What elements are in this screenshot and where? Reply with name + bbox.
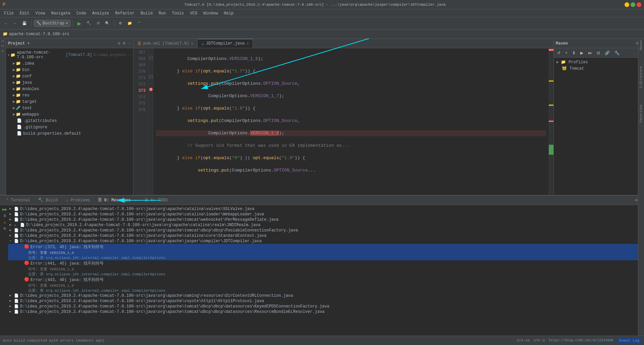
tree-modules[interactable]: ▶ 📁 modules bbox=[6, 86, 133, 92]
encoding[interactable]: UTF-8 bbox=[534, 339, 545, 343]
tab-jdt-compiler[interactable]: ☕ JDTCompiler.java ✕ bbox=[198, 39, 253, 48]
stop-icon[interactable]: ⏸ bbox=[3, 213, 7, 218]
tab-todo[interactable]: ☰ 6: TODO bbox=[141, 197, 171, 204]
minimize-button[interactable] bbox=[625, 2, 629, 7]
msg-http11[interactable]: ▶ 📄 D:\idea_projects_2019.2.4\apache-tom… bbox=[8, 298, 643, 304]
msg-error-443[interactable]: 🔴 Error:(443, 40) java: 找不到符号 bbox=[8, 277, 643, 283]
tree-test[interactable]: ▶ 🧪 test bbox=[6, 105, 133, 111]
msg-webapploader[interactable]: ▶ 📄 D:\idea_projects_2019.2.4\apache-tom… bbox=[8, 212, 643, 217]
tree-gitignore[interactable]: 📄 .gitignore bbox=[6, 124, 133, 130]
panel-settings-icon[interactable]: ⚙ bbox=[117, 40, 121, 47]
expand-icon: ▶ bbox=[13, 86, 15, 91]
menu-view[interactable]: View bbox=[33, 10, 48, 16]
tab-pom-xml[interactable]: ☰ pom.xml (Tomcat7.0) ✕ bbox=[133, 39, 198, 48]
folder-button[interactable]: 📁 bbox=[125, 20, 134, 26]
code-line-370: CompilerOptions.VERSION_1_7); bbox=[156, 93, 546, 99]
maven-item-tomcat[interactable]: 🐱 Tomcat bbox=[555, 65, 643, 72]
maximize-button[interactable] bbox=[631, 2, 635, 7]
maven-refresh[interactable]: ↺ bbox=[555, 50, 562, 56]
file-icon: 📄 bbox=[17, 125, 22, 130]
panel-minimize-icon[interactable]: − bbox=[127, 41, 131, 47]
msg-sslvalve[interactable]: ▶ 📄 D:\idea_projects_2019.2.4\apache-tom… bbox=[8, 206, 643, 212]
tree-build-props[interactable]: 📄 build.properties.default bbox=[6, 130, 133, 137]
msg-poolable[interactable]: ▶ 📄 D:\idea_projects_2019.2.4\apache-tom… bbox=[8, 228, 643, 233]
bottom-panel: ⌃ Terminal 🔨 Build ⚠ Problems ☰ 0: Messa… bbox=[0, 195, 644, 336]
tab-terminal[interactable]: ⌃ Terminal bbox=[3, 197, 34, 204]
reload-button[interactable]: ↺ bbox=[95, 20, 102, 26]
cursor-position[interactable]: 373:45 bbox=[517, 339, 530, 343]
tree-bin[interactable]: ▶ 📁 bin bbox=[6, 67, 133, 73]
bottom-settings-icon[interactable]: ⚙ bbox=[635, 198, 638, 203]
menu-vcs[interactable]: VCS bbox=[187, 10, 200, 16]
error-443-text: Error:(443, 40) java: 找不到符号 bbox=[31, 277, 641, 283]
toolbar-back[interactable]: ← bbox=[2, 20, 10, 26]
menu-analyze[interactable]: Analyze bbox=[90, 10, 112, 16]
msg-keyedcpds[interactable]: ▶ 📄 D:\idea_projects_2019.2.4\apache-tom… bbox=[8, 304, 643, 309]
panel-layout-icon[interactable]: ⊞ bbox=[122, 40, 126, 47]
tree-target[interactable]: ▶ 📁 target bbox=[6, 98, 133, 105]
maven-item-profiles[interactable]: ▶ 📁 Profiles bbox=[555, 59, 643, 65]
tab-jdt-close[interactable]: ✕ bbox=[247, 42, 249, 46]
msg-resourcebundle[interactable]: ▶ 📄 D:\idea_projects_2019.2.4\apache-tom… bbox=[8, 309, 643, 315]
menu-tools[interactable]: Tools bbox=[169, 10, 187, 16]
tab-build[interactable]: 🔨 Build bbox=[35, 197, 61, 204]
msg-standardcontext[interactable]: ▶ 📄 D:\idea_projects_2019.2.4\apache-tom… bbox=[8, 233, 643, 238]
maven-wrench[interactable]: 🔧 bbox=[612, 50, 622, 56]
window-controls[interactable] bbox=[625, 2, 641, 7]
toolbar-forward[interactable]: → bbox=[11, 20, 19, 26]
maven-download[interactable]: ⬇ bbox=[570, 50, 578, 56]
tree-res[interactable]: ▶ 📁 res bbox=[6, 92, 133, 98]
blog-link[interactable]: https://blog.csdn.net/arj1314890 bbox=[549, 339, 613, 342]
msg-error-373[interactable]: 🔴 Error:(373, 45) java: 找不到符号 bbox=[8, 244, 643, 250]
close-button[interactable] bbox=[637, 2, 641, 7]
filter-icon[interactable]: ⊞ bbox=[3, 226, 6, 231]
menu-window[interactable]: Window bbox=[201, 10, 220, 16]
tree-root[interactable]: ▾ 📁 apache-tomcat-7.0.100-src [Tomcat7.0… bbox=[6, 50, 133, 60]
msg-jdtcompiler-file[interactable]: ▾ 📄 D:\idea_projects_2019.2.4\apache-tom… bbox=[8, 238, 643, 244]
menu-build[interactable]: Build bbox=[138, 10, 155, 16]
maven-link[interactable]: 🔗 bbox=[603, 50, 612, 56]
run-button[interactable]: ▶ bbox=[75, 20, 83, 27]
tree-java[interactable]: ▶ 📁 java bbox=[6, 79, 133, 86]
msg-error-441[interactable]: 🔴 Error:(441, 45) java: 找不到符号 bbox=[8, 260, 643, 267]
msg-permessage[interactable]: ▶ 📄 D:\idea_projects_2019.2.4\apache-tom… bbox=[8, 217, 643, 222]
tree-webapps[interactable]: ▶ 📁 webapps bbox=[6, 111, 133, 118]
messages-close[interactable]: ✕ bbox=[135, 199, 137, 202]
favorites-sidebar-tab[interactable]: Favorites bbox=[639, 105, 643, 123]
settings-button[interactable]: ⚙ bbox=[117, 20, 124, 26]
run-all-icon[interactable]: ▶▶ bbox=[2, 207, 7, 212]
code-content[interactable]: CompilerOptions.VERSION_1_6); } else if(… bbox=[153, 48, 549, 209]
event-log[interactable]: Event Log bbox=[618, 338, 641, 343]
z-structure-sidebar-tab[interactable]: Z-Structure bbox=[639, 66, 643, 88]
expand-icon: ▶ bbox=[9, 309, 13, 314]
warning-side-icon[interactable]: ⚠ bbox=[3, 220, 6, 225]
menu-refactor[interactable]: Refactor bbox=[112, 10, 137, 16]
menu-edit[interactable]: Edit bbox=[17, 10, 32, 16]
tree-gitattributes[interactable]: 📄 .gitattributes bbox=[6, 118, 133, 124]
menu-navigate[interactable]: Navigate bbox=[48, 10, 73, 16]
search-button[interactable]: 🔍 bbox=[103, 20, 112, 26]
favorites-icon[interactable]: ★ bbox=[1, 50, 5, 53]
toolbar-save[interactable]: 💾 bbox=[20, 20, 29, 26]
menu-run[interactable]: Run bbox=[156, 10, 169, 16]
tab-messages[interactable]: ☰ 0: Messages ✕ bbox=[95, 197, 140, 204]
msg-jndirealm[interactable]: ▶ ⚠ 📄 D:\idea_projects_2019.2.4\apache-t… bbox=[8, 222, 643, 228]
maven-skip-tests[interactable]: ⏭ bbox=[586, 50, 594, 56]
maven-sidebar-tab[interactable]: Maven bbox=[639, 40, 643, 50]
menu-file[interactable]: File bbox=[1, 10, 16, 16]
project-view-icon[interactable]: 1 bbox=[1, 40, 5, 42]
tree-idea[interactable]: ▶ 📁 .idea bbox=[6, 60, 133, 67]
tab-pom-close[interactable]: ✕ bbox=[191, 42, 193, 46]
build-button[interactable]: 🔨 bbox=[85, 20, 93, 26]
tree-conf[interactable]: ▶ 📁 conf bbox=[6, 73, 133, 79]
structure-icon[interactable]: 2 bbox=[1, 45, 5, 47]
maven-run[interactable]: ▶ bbox=[578, 50, 585, 56]
maven-add[interactable]: + bbox=[563, 50, 570, 56]
tab-problems[interactable]: ⚠ Problems bbox=[62, 197, 93, 204]
menu-help[interactable]: Help bbox=[221, 10, 236, 16]
bootstrap-selector[interactable]: 🔧 BootStrap ▾ bbox=[34, 20, 70, 27]
maven-collapse[interactable]: ⊟ bbox=[595, 50, 602, 56]
menu-code[interactable]: Code bbox=[74, 10, 89, 16]
msg-dircontext[interactable]: ▶ 📄 D:\idea_projects_2019.2.4\apache-tom… bbox=[8, 293, 643, 298]
terminal-button[interactable]: ⌃ bbox=[136, 20, 143, 26]
